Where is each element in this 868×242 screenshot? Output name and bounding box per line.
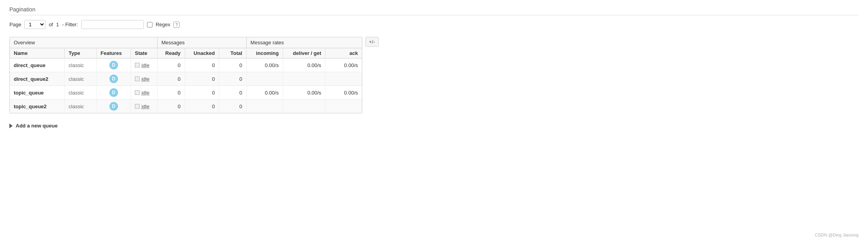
cell-features: D	[96, 100, 131, 113]
col-header-row: Name Type Features State Ready Unacked T…	[10, 48, 362, 58]
help-badge[interactable]: ?	[173, 22, 180, 28]
group-header-row: Overview Messages Message rates	[10, 37, 362, 48]
col-name: Name	[10, 48, 65, 58]
col-incoming: incoming	[246, 48, 283, 58]
cell-ack	[325, 72, 362, 86]
page-select[interactable]: 1	[24, 20, 45, 29]
cell-incoming	[246, 100, 283, 113]
cell-unacked: 0	[185, 100, 219, 113]
cell-type: classic	[65, 72, 96, 86]
total-pages: 1	[56, 22, 59, 27]
queue-table-wrapper: Overview Messages Message rates Name Typ…	[9, 37, 362, 113]
cell-total: 0	[219, 100, 247, 113]
d-badge: D	[109, 75, 118, 83]
cell-ack: 0.00/s	[325, 86, 362, 100]
cell-incoming: 0.00/s	[246, 86, 283, 100]
cell-deliver-get	[283, 72, 325, 86]
cell-type: classic	[65, 100, 96, 113]
col-ready: Ready	[157, 48, 185, 58]
message-rates-group-header: Message rates	[246, 37, 362, 48]
cell-features: D	[96, 86, 131, 100]
col-type: Type	[65, 48, 96, 58]
col-ack: ack	[325, 48, 362, 58]
section-title: Pagination	[9, 6, 859, 15]
overview-group-header: Overview	[10, 37, 157, 48]
cell-deliver-get: 0.00/s	[283, 86, 325, 100]
cell-unacked: 0	[185, 86, 219, 100]
table-row: direct_queue2 classic D idle 0 0 0	[10, 72, 362, 86]
d-badge: D	[109, 102, 118, 111]
pagination-row: Page 1 of 1 - Filter: Regex ?	[9, 20, 859, 29]
expand-icon[interactable]	[9, 124, 13, 128]
cell-ready: 0	[157, 86, 185, 100]
cell-ack: 0.00/s	[325, 58, 362, 72]
filter-label: - Filter:	[62, 22, 78, 27]
cell-total: 0	[219, 72, 247, 86]
plus-minus-button[interactable]: +/-	[365, 37, 379, 47]
cell-deliver-get	[283, 100, 325, 113]
regex-label: Regex	[156, 22, 171, 27]
cell-total: 0	[219, 58, 247, 72]
cell-total: 0	[219, 86, 247, 100]
col-deliver-get: deliver / get	[283, 48, 325, 58]
col-features: Features	[96, 48, 131, 58]
col-unacked: Unacked	[185, 48, 219, 58]
cell-incoming	[246, 72, 283, 86]
state-text: idle	[142, 104, 149, 109]
cell-state: idle	[131, 100, 157, 113]
of-label: of	[49, 22, 53, 27]
cell-state: idle	[131, 58, 157, 72]
cell-state: idle	[131, 86, 157, 100]
table-outer: Overview Messages Message rates Name Typ…	[9, 37, 859, 120]
add-queue-label[interactable]: Add a new queue	[16, 123, 58, 129]
cell-incoming: 0.00/s	[246, 58, 283, 72]
col-state: State	[131, 48, 157, 58]
cell-deliver-get: 0.00/s	[283, 58, 325, 72]
col-total: Total	[219, 48, 247, 58]
state-icon	[135, 76, 140, 81]
state-text: idle	[142, 62, 149, 68]
state-icon	[135, 90, 140, 95]
d-badge: D	[109, 88, 118, 97]
cell-ready: 0	[157, 72, 185, 86]
cell-features: D	[96, 72, 131, 86]
messages-group-header: Messages	[157, 37, 246, 48]
cell-ready: 0	[157, 100, 185, 113]
cell-ready: 0	[157, 58, 185, 72]
cell-name[interactable]: direct_queue2	[10, 72, 65, 86]
add-queue-row[interactable]: Add a new queue	[9, 123, 859, 129]
cell-ack	[325, 100, 362, 113]
table-row: direct_queue classic D idle 0 0 0 0.00/s…	[10, 58, 362, 72]
cell-name[interactable]: direct_queue	[10, 58, 65, 72]
cell-type: classic	[65, 58, 96, 72]
table-row: topic_queue classic D idle 0 0 0 0.00/s …	[10, 86, 362, 100]
state-text: idle	[142, 90, 149, 96]
state-icon	[135, 104, 140, 109]
cell-unacked: 0	[185, 72, 219, 86]
state-text: idle	[142, 76, 149, 82]
table-row: topic_queue2 classic D idle 0 0 0	[10, 100, 362, 113]
cell-features: D	[96, 58, 131, 72]
cell-type: classic	[65, 86, 96, 100]
cell-unacked: 0	[185, 58, 219, 72]
filter-input[interactable]	[81, 20, 144, 29]
cell-name[interactable]: topic_queue2	[10, 100, 65, 113]
page-label: Page	[9, 22, 21, 27]
regex-checkbox[interactable]	[147, 22, 153, 27]
cell-state: idle	[131, 72, 157, 86]
state-icon	[135, 63, 140, 67]
d-badge: D	[109, 61, 118, 69]
queue-table: Overview Messages Message rates Name Typ…	[10, 37, 362, 113]
cell-name[interactable]: topic_queue	[10, 86, 65, 100]
